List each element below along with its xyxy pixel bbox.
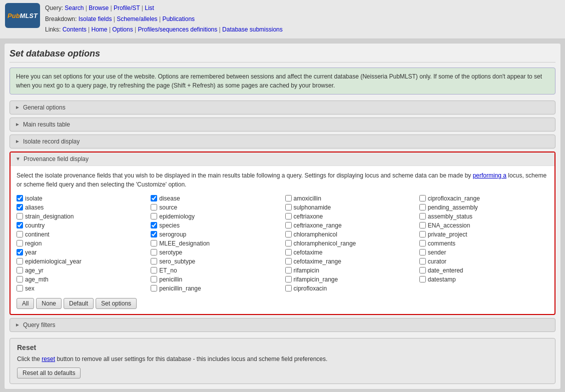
checkbox-private-project[interactable]: [419, 231, 426, 238]
field-source: source: [151, 203, 280, 212]
checkbox-epidemiological-year[interactable]: [17, 258, 23, 264]
checkbox-country[interactable]: [17, 222, 23, 228]
checkbox-et-no[interactable]: [151, 267, 157, 274]
field-cefotaxime-range: cefotaxime_range: [285, 257, 414, 266]
nav-links: Query: Search | Browse | Profile/ST | Li…: [45, 3, 283, 36]
field-serogroup: serogroup: [151, 230, 280, 239]
checkbox-aliases[interactable]: [17, 204, 23, 210]
checkbox-sulphonamide[interactable]: [285, 204, 292, 210]
section-main-results-header[interactable]: ► Main results table: [10, 118, 555, 131]
field-ciprofloxacin-range: ciprofloxacin_range: [419, 194, 548, 203]
checkbox-assembly-status[interactable]: [419, 213, 426, 220]
nav-options[interactable]: Options: [112, 26, 133, 33]
checkbox-serogroup[interactable]: [151, 231, 157, 238]
checkbox-year[interactable]: [17, 249, 23, 256]
checkbox-ciprofloxacin-range[interactable]: [419, 195, 426, 202]
nav-list[interactable]: List: [145, 4, 154, 12]
field-mlee: MLEE_designation: [151, 239, 280, 248]
chevron-right-icon2: ►: [15, 122, 20, 127]
checkbox-age-mth[interactable]: [17, 276, 23, 282]
checkbox-sender[interactable]: [419, 249, 426, 256]
checkbox-amoxicillin[interactable]: [285, 195, 292, 202]
field-ciprofloxacin: ciprofloxacin: [285, 284, 414, 293]
field-amoxicillin: amoxicillin: [285, 194, 414, 203]
checkbox-ceftriaxone-range[interactable]: [285, 222, 292, 228]
checkbox-continent[interactable]: [17, 231, 23, 238]
checkbox-source[interactable]: [151, 204, 157, 210]
section-general-options-label: General options: [23, 104, 66, 111]
checkbox-mlee[interactable]: [151, 240, 157, 246]
field-rifampicin: rifampicin: [285, 266, 414, 275]
checkbox-cefotaxime-range[interactable]: [285, 258, 292, 264]
checkbox-pending-assembly[interactable]: [419, 204, 426, 210]
set-options-button[interactable]: Set options: [96, 298, 137, 309]
checkbox-species[interactable]: [151, 222, 157, 228]
field-sero-subtype: sero_subtype: [151, 257, 280, 266]
nav-browse[interactable]: Browse: [89, 4, 109, 12]
all-button[interactable]: All: [17, 298, 34, 309]
field-sulphonamide: sulphonamide: [285, 203, 414, 212]
provenance-description: Select the isolate provenance fields tha…: [17, 171, 548, 189]
section-query-filters: ► Query filters: [10, 318, 555, 332]
checkbox-isolate[interactable]: [17, 195, 23, 202]
checkbox-epidemiology[interactable]: [151, 213, 157, 220]
nav-profile-st[interactable]: Profile/ST: [114, 4, 140, 12]
nav-home[interactable]: Home: [92, 26, 108, 33]
nav-db-submissions[interactable]: Database submissions: [222, 26, 283, 33]
chevron-right-icon4: ►: [15, 322, 20, 328]
field-epidemiology: epidemiology: [151, 212, 280, 221]
reset-all-button[interactable]: Reset all to defaults: [17, 368, 81, 378]
checkbox-chloramphenicol-range[interactable]: [285, 240, 292, 246]
checkbox-region[interactable]: [17, 240, 23, 246]
checkbox-serotype[interactable]: [151, 249, 157, 256]
nav-contents[interactable]: Contents: [63, 26, 87, 33]
section-general-options-header[interactable]: ► General options: [10, 101, 555, 114]
checkbox-ena-accession[interactable]: [419, 222, 426, 228]
logo: PubMLST: [5, 3, 40, 28]
nav-isolate-fields[interactable]: Isolate fields: [79, 16, 112, 22]
field-cefotaxime: cefotaxime: [285, 248, 414, 257]
checkbox-rifampicin-range[interactable]: [285, 276, 292, 282]
checkbox-cefotaxime[interactable]: [285, 249, 292, 256]
nav-scheme-alleles[interactable]: Scheme/alleles: [117, 16, 157, 22]
checkbox-strain-designation[interactable]: [17, 213, 23, 220]
checkbox-sero-subtype[interactable]: [151, 258, 157, 264]
field-age-mth: age_mth: [17, 275, 146, 284]
checkbox-age-yr[interactable]: [17, 267, 23, 274]
section-query-filters-label: Query filters: [23, 322, 56, 328]
field-serotype: serotype: [151, 248, 280, 257]
breakdown-label: Breakdown:: [45, 16, 77, 22]
header: PubMLST Query: Search | Browse | Profile…: [0, 0, 565, 39]
checkbox-penicillin-range[interactable]: [151, 285, 157, 292]
checkbox-ciprofloxacin[interactable]: [285, 285, 292, 292]
nav-search[interactable]: Search: [65, 4, 84, 12]
field-ceftriaxone-range: ceftriaxone_range: [285, 221, 414, 230]
field-et-no: ET_no: [151, 266, 280, 275]
nav-profiles-seq[interactable]: Profiles/sequences definitions: [138, 26, 218, 33]
checkbox-penicillin[interactable]: [151, 276, 157, 282]
field-rifampicin-range: rifampicin_range: [285, 275, 414, 284]
section-general-options: ► General options: [10, 100, 555, 114]
section-provenance-header[interactable]: ▼ Provenance field display: [11, 152, 554, 166]
main-content: Set database options Here you can set op…: [4, 43, 561, 390]
checkbox-comments[interactable]: [419, 240, 426, 246]
nav-publications[interactable]: Publications: [162, 16, 195, 22]
field-strain-designation: strain_designation: [17, 212, 146, 221]
field-chloramphenicol-range: chloramphenicol_range: [285, 239, 414, 248]
field-pending-assembly: pending_assembly: [419, 203, 548, 212]
none-button[interactable]: None: [36, 298, 62, 309]
section-query-filters-header[interactable]: ► Query filters: [10, 318, 555, 332]
checkbox-disease[interactable]: [151, 195, 157, 202]
checkbox-curator[interactable]: [419, 258, 426, 264]
fields-col2: disease source epidemiology species sero…: [151, 194, 280, 293]
performing-a-link[interactable]: performing a: [473, 172, 506, 179]
section-isolate-record-header[interactable]: ► Isolate record display: [10, 135, 555, 148]
default-button[interactable]: Default: [64, 298, 94, 309]
checkbox-ceftriaxone[interactable]: [285, 213, 292, 220]
reset-link[interactable]: reset: [42, 356, 55, 362]
checkbox-sex[interactable]: [17, 285, 23, 292]
checkbox-datestamp[interactable]: [419, 276, 426, 282]
checkbox-chloramphenicol[interactable]: [285, 231, 292, 238]
checkbox-rifampicin[interactable]: [285, 267, 292, 274]
checkbox-date-entered[interactable]: [419, 267, 426, 274]
